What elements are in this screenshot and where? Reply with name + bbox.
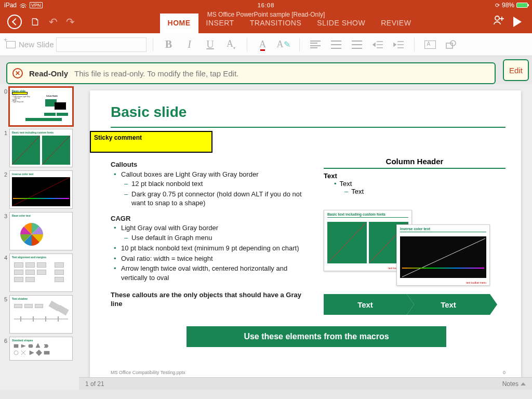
thumbnail-2[interactable]: Inverse color text <box>9 170 73 209</box>
dismiss-banner-button[interactable]: ✕ <box>12 68 23 78</box>
play-slideshow-button[interactable] <box>513 17 522 27</box>
svg-marker-9 <box>21 344 25 348</box>
battery-percent: 98% <box>502 2 514 9</box>
slide-counter: 1 of 21 <box>85 380 104 388</box>
workspace: 0 Basic slide Callouts• Callout boxes Li… <box>0 84 532 390</box>
font-selector[interactable] <box>56 37 147 52</box>
underline-button[interactable]: U <box>201 37 220 52</box>
shapes-icon <box>445 39 457 50</box>
tab-transitions[interactable]: TRANSITIONS <box>242 14 310 33</box>
read-only-title: Read-Only <box>29 69 68 78</box>
svg-line-5 <box>12 136 40 165</box>
thumbnail-6[interactable]: Standard shapes <box>9 337 73 361</box>
new-slide-icon <box>6 41 16 48</box>
increase-indent-button[interactable] <box>389 37 408 52</box>
read-only-message: This file is read-only. To modify the fi… <box>74 69 238 78</box>
svg-marker-13 <box>30 351 34 355</box>
svg-rect-14 <box>36 350 42 355</box>
sticky-comment[interactable]: Sticky comment <box>90 131 212 153</box>
status-bar: 1 of 21 Notes <box>79 377 532 390</box>
thumbnail-3[interactable]: Base color test <box>9 212 73 250</box>
svg-rect-15 <box>44 351 49 354</box>
home-ribbon: New Slide B I U A▾ A A✎ <box>0 33 532 56</box>
tab-review[interactable]: REVIEW <box>373 14 419 33</box>
numbering-button[interactable] <box>348 37 366 52</box>
svg-rect-10 <box>29 344 33 348</box>
thumbnail-5[interactable]: Text shadow <box>9 295 73 334</box>
thumbnail-0[interactable]: Basic slide Callouts• Callout boxes Ligh… <box>9 87 73 126</box>
decrease-indent-button[interactable] <box>368 37 387 52</box>
textbox-button[interactable] <box>421 37 440 52</box>
notes-toggle[interactable]: Notes <box>502 380 526 388</box>
svg-line-6 <box>42 136 70 165</box>
thumbnail-4[interactable]: Text alignment and margins <box>9 254 73 292</box>
clock: 16:08 <box>179 2 353 8</box>
svg-point-12 <box>14 351 18 355</box>
device-label: iPad <box>4 2 17 9</box>
align-button[interactable] <box>306 37 325 52</box>
app-bar: 🗋 ↶ ↷ HOME INSERT TRANSITIONS SLIDE SHOW… <box>0 10 532 33</box>
column-header: Column Header <box>324 157 506 168</box>
thumbnail-1[interactable]: Basic text including custom fonts <box>9 129 73 167</box>
chevron-row: Text Text <box>324 294 490 315</box>
chevron-2: Text <box>407 294 490 315</box>
slide-thumbnails-panel[interactable]: 0 Basic slide Callouts• Callout boxes Li… <box>0 84 79 390</box>
shapes-button[interactable] <box>442 37 460 52</box>
undo-button[interactable]: ↶ <box>49 16 58 28</box>
rotation-lock-icon: ⟳ <box>495 2 500 9</box>
bold-button[interactable]: B <box>159 37 178 52</box>
vpn-badge: VPN <box>30 2 43 8</box>
svg-line-18 <box>402 238 485 277</box>
tab-slideshow[interactable]: SLIDE SHOW <box>309 14 373 33</box>
embedded-thumbnails: Basic text including custom fonts text t… <box>324 210 511 288</box>
wifi-icon <box>20 3 26 8</box>
share-button[interactable] <box>493 14 505 30</box>
tab-home[interactable]: HOME <box>160 14 198 33</box>
file-menu-icon[interactable]: 🗋 <box>30 16 41 28</box>
edit-button[interactable]: Edit <box>503 59 529 81</box>
read-only-banner: ✕ Read-Only This file is read-only. To m… <box>6 62 496 84</box>
svg-marker-11 <box>36 343 40 348</box>
slide-canvas-area[interactable]: Basic slide Sticky comment Callouts Call… <box>79 84 532 390</box>
slide-body-left: Callouts Callout boxes are Light Gray wi… <box>111 155 313 309</box>
slide-canvas[interactable]: Basic slide Sticky comment Callouts Call… <box>90 90 521 379</box>
textbox-icon <box>424 41 436 49</box>
svg-line-16 <box>328 223 366 262</box>
slide-footer: MS Office Compatibility Testing.pptx 0 <box>111 370 506 375</box>
highlight-button[interactable]: A✎ <box>274 37 293 52</box>
tab-insert[interactable]: INSERT <box>198 14 242 33</box>
ribbon-tabs: HOME INSERT TRANSITIONS SLIDE SHOW REVIE… <box>104 10 475 33</box>
back-button[interactable] <box>7 15 22 29</box>
embedded-thumb-2: Inverse color text text toolbar menu <box>396 224 490 286</box>
chevron-up-icon <box>521 382 526 385</box>
new-slide-button[interactable]: New Slide <box>6 40 54 49</box>
font-color-button[interactable]: A <box>254 37 272 52</box>
svg-rect-8 <box>14 344 18 348</box>
ios-status-bar: iPad VPN 16:08 ⟳ 98% <box>0 0 532 10</box>
slide-title: Basic slide <box>90 90 521 125</box>
svg-point-0 <box>495 16 499 20</box>
green-banner: Use these elements from the macros <box>187 326 446 347</box>
slide-body-right: Column Header Text Text Text <box>324 157 506 195</box>
bullets-button[interactable] <box>327 37 345 52</box>
redo-button[interactable]: ↷ <box>66 16 75 28</box>
italic-button[interactable]: I <box>180 37 199 52</box>
font-size-button[interactable]: A▾ <box>222 37 241 52</box>
svg-line-7 <box>12 177 70 206</box>
chevron-1: Text <box>324 294 407 315</box>
battery-icon <box>516 3 528 8</box>
